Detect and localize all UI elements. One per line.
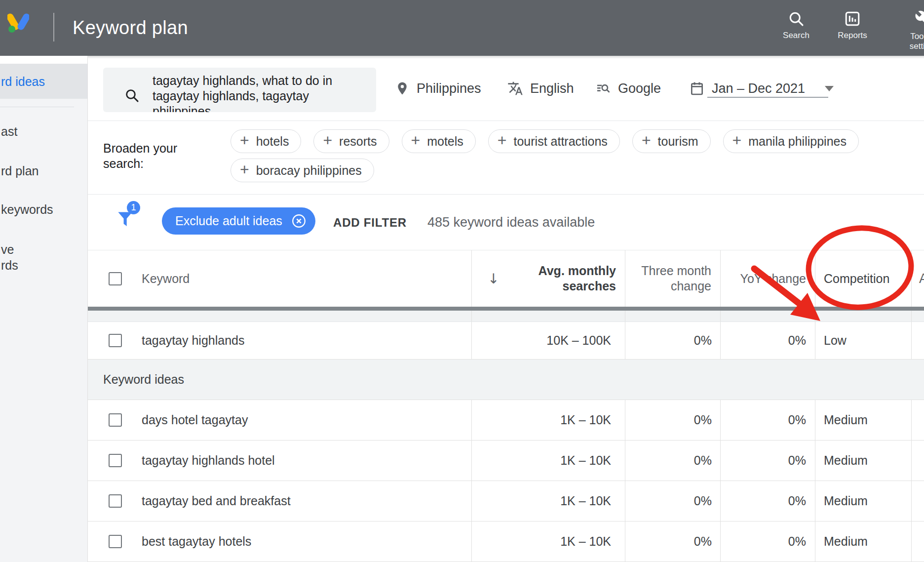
search-criteria-panel: tagaytay highlands, what to do in tagayt… — [88, 56, 924, 121]
sidebar-divider — [0, 107, 74, 107]
chip-hotels[interactable]: +hotels — [231, 129, 301, 153]
network-filter-label: Google — [618, 81, 661, 96]
chip-label: hotels — [256, 134, 289, 149]
nav-tools-settings-button[interactable]: Tools & settings — [894, 0, 924, 56]
table-row-days-hotel-tagaytay: days hotel tagaytay 1K – 10K 0% 0% Mediu… — [88, 400, 924, 441]
three-month-change-cell: 0% — [625, 481, 720, 521]
three-month-change-cell: 0% — [625, 400, 720, 440]
language-filter[interactable]: English — [507, 56, 574, 121]
nav-reports-button[interactable]: Reports — [823, 0, 882, 56]
search-icon — [787, 10, 805, 28]
active-filter-pill[interactable]: Exclude adult ideas — [162, 207, 315, 235]
column-header-yoy-change[interactable]: YoY change — [720, 250, 815, 307]
active-filter-label: Exclude adult ideas — [175, 214, 282, 228]
language-filter-label: English — [530, 81, 574, 96]
remove-filter-button[interactable] — [291, 213, 307, 229]
column-header-keyword[interactable]: Keyword — [88, 250, 471, 307]
column-header-label: Competition — [824, 272, 889, 286]
plus-icon: + — [732, 132, 742, 148]
chip-manila-philippines[interactable]: +manila philippines — [723, 129, 859, 153]
column-header-label: A — [919, 271, 924, 286]
sidebar: rd ideas ast rd plan keywords ve rds — [0, 56, 88, 562]
close-circle-icon — [291, 213, 307, 229]
competition-cell: Medium — [815, 522, 911, 562]
table-header-row: Keyword Avg. monthly searches Three mont… — [88, 250, 924, 307]
chip-resorts[interactable]: +resorts — [313, 129, 389, 153]
date-range-underline — [707, 97, 828, 98]
row-checkbox[interactable] — [109, 494, 122, 508]
sidebar-top-strip — [0, 56, 87, 64]
chip-motels[interactable]: +motels — [402, 129, 476, 153]
date-range-label: Jan – Dec 2021 — [712, 81, 805, 96]
keyword-query-text: tagaytay highlands, what to do in tagayt… — [153, 73, 365, 112]
plus-icon: + — [240, 161, 249, 177]
app-bar: Keyword plan Search Reports Tools & sett… — [0, 0, 924, 56]
header-divider-bar — [88, 307, 924, 311]
yoy-change-cell: 0% — [720, 441, 815, 481]
column-header-clipped[interactable]: A — [911, 250, 924, 307]
keyword-table: Keyword Avg. monthly searches Three mont… — [88, 250, 924, 562]
three-month-change-cell: 0% — [625, 522, 720, 562]
competition-cell: Medium — [815, 441, 911, 481]
chip-tourism[interactable]: +tourism — [632, 129, 711, 153]
table-row-tagaytay-bed-and-breakfast: tagaytay bed and breakfast 1K – 10K 0% 0… — [88, 481, 924, 522]
filter-bar: 1 Exclude adult ideas ADD FILTER 485 key… — [88, 195, 924, 250]
chip-label: resorts — [339, 134, 377, 149]
location-filter[interactable]: Philippines — [395, 56, 481, 121]
row-checkbox[interactable] — [109, 454, 122, 467]
google-ads-logo-icon[interactable] — [7, 11, 29, 34]
avg-monthly-searches-cell: 10K – 100K — [471, 322, 625, 359]
chip-boracay-philippines[interactable]: +boracay philippines — [231, 159, 374, 182]
keyword-cell: best tagaytay hotels — [142, 534, 251, 549]
column-header-competition[interactable]: Competition — [815, 250, 911, 307]
chip-label: manila philippines — [748, 134, 847, 149]
chip-label: tourist attractions — [514, 134, 608, 149]
row-checkbox[interactable] — [109, 413, 122, 427]
sidebar-item-negative-keywords[interactable]: ve rds — [0, 241, 87, 273]
table-row-best-tagaytay-hotels: best tagaytay hotels 1K – 10K 0% 0% Medi… — [88, 522, 924, 562]
avg-monthly-searches-cell: 1K – 10K — [471, 400, 625, 440]
column-header-three-month-change[interactable]: Three month change — [625, 250, 720, 307]
page-title: Keyword plan — [73, 0, 188, 56]
app-bar-divider — [53, 13, 54, 41]
keyword-cell: tagaytay highlands hotel — [142, 453, 275, 468]
ideas-available-count: 485 keyword ideas available — [427, 195, 595, 250]
plus-icon: + — [498, 132, 507, 148]
chip-label: motels — [427, 134, 463, 149]
nav-reports-label: Reports — [823, 31, 882, 40]
wrench-icon — [915, 10, 924, 29]
sidebar-item-keyword-ideas[interactable]: rd ideas — [0, 64, 87, 99]
plus-icon: + — [240, 132, 249, 148]
app-bar-shadow — [88, 56, 924, 59]
three-month-change-cell: 0% — [625, 441, 720, 481]
keyword-search-input[interactable]: tagaytay highlands, what to do in tagayt… — [103, 68, 376, 112]
nav-search-button[interactable]: Search — [767, 0, 826, 56]
nav-search-label: Search — [767, 31, 826, 40]
yoy-change-cell: 0% — [720, 481, 815, 521]
search-icon — [124, 87, 140, 103]
row-checkbox[interactable] — [109, 334, 122, 347]
sidebar-item-forecast[interactable]: ast — [0, 123, 87, 139]
reports-icon — [844, 10, 861, 28]
avg-monthly-searches-cell: 1K – 10K — [471, 481, 625, 521]
column-header-label: Keyword — [142, 272, 190, 286]
row-checkbox[interactable] — [109, 535, 122, 548]
chip-tourist-attractions[interactable]: +tourist attractions — [488, 129, 620, 153]
broaden-search-section: Broaden your search: +hotels +resorts +m… — [88, 121, 924, 195]
network-filter[interactable]: Google — [595, 56, 661, 121]
keyword-cell: tagaytay highlands — [142, 333, 244, 348]
sidebar-item-saved-keywords[interactable]: keywords — [0, 201, 87, 217]
add-filter-button[interactable]: ADD FILTER — [333, 195, 407, 250]
search-network-icon — [595, 80, 611, 96]
column-header-label: Avg. monthly searches — [535, 263, 616, 294]
plus-icon: + — [323, 132, 332, 148]
sidebar-item-keyword-plan[interactable]: rd plan — [0, 163, 87, 179]
chevron-down-icon — [825, 86, 834, 91]
select-all-checkbox[interactable] — [109, 272, 122, 285]
chip-label: boracay philippines — [256, 163, 362, 178]
column-header-label: Three month change — [630, 263, 711, 294]
sort-descending-icon[interactable]: ↓ — [488, 271, 499, 287]
date-range-filter[interactable]: Jan – Dec 2021 — [689, 56, 834, 121]
keyword-cell: tagaytay bed and breakfast — [142, 494, 291, 508]
table-row-tagaytay-highlands-hotel: tagaytay highlands hotel 1K – 10K 0% 0% … — [88, 441, 924, 481]
